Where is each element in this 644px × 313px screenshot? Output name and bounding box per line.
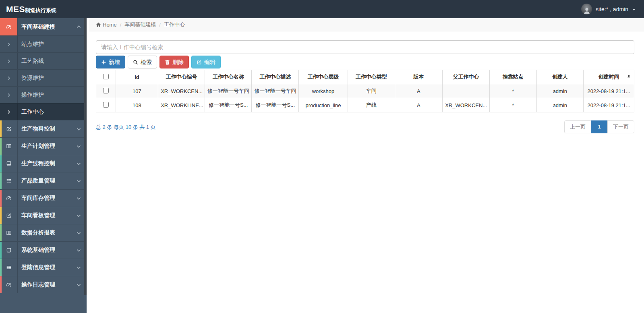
group-accent xyxy=(0,190,2,207)
gauge-icon xyxy=(0,18,17,35)
pagination-summary[interactable]: 总 2 条 每页 10 条 共 1 页 xyxy=(96,120,156,131)
button-label: 编辑 xyxy=(204,59,215,65)
sidebar-group-workshop-modeling[interactable]: 车间基础建模 xyxy=(0,18,87,35)
sidebar-item-3[interactable]: 操作维护 xyxy=(0,86,87,103)
sidebar-group-label: 车间基础建模 xyxy=(17,23,76,31)
user-avatar[interactable] xyxy=(581,4,592,15)
plus-icon xyxy=(101,60,106,65)
group-accent xyxy=(0,259,2,276)
sidebar-group-label: 产品质量管理 xyxy=(17,177,76,184)
column-header-4: 工作中心层级 xyxy=(299,70,348,84)
main-content: Home/车间基础建模/工作中心 新增检索删除编辑 id工作中心编号工作中心名称… xyxy=(89,18,644,313)
sidebar-group-0[interactable]: 生产物料控制 xyxy=(0,120,87,137)
sidebar-group-7[interactable]: 系统基础管理 xyxy=(0,241,87,259)
app-logo[interactable]: MES制造执行系统 xyxy=(0,4,87,14)
cell: A xyxy=(395,84,443,98)
sidebar-item-1[interactable]: 工艺路线 xyxy=(0,52,87,69)
sidebar-group-2[interactable]: 生产过程控制 xyxy=(0,155,87,172)
angle-right-icon xyxy=(0,59,17,64)
user-menu[interactable]: site:* , admin xyxy=(581,4,644,15)
sidebar-scrollbar[interactable] xyxy=(84,18,87,295)
group-accent xyxy=(0,138,2,155)
book-icon xyxy=(0,161,17,166)
cell: 108 xyxy=(116,98,158,112)
th-list-icon xyxy=(0,265,17,270)
sidebar-group-label: 登陆信息管理 xyxy=(17,264,76,271)
app-logo-text: 制造执行系统 xyxy=(25,7,56,13)
sidebar-item-4[interactable]: 工作中心 xyxy=(0,103,87,120)
sidebar-group-3[interactable]: 产品质量管理 xyxy=(0,172,87,189)
page-1-button[interactable]: 1 xyxy=(591,120,608,133)
column-header-9: 创建人 xyxy=(536,70,584,84)
cell: 107 xyxy=(116,84,158,98)
breadcrumb-item-2: 工作中心 xyxy=(164,21,185,28)
top-navbar: MES制造执行系统 site:* , admin xyxy=(0,0,644,18)
caret-down-icon xyxy=(632,8,636,12)
column-header-label: 创建人 xyxy=(552,74,568,80)
row-checkbox[interactable] xyxy=(103,102,109,108)
sidebar: 车间基础建模 站点维护工艺路线资源维护操作维护工作中心 生产物料控制生产计划管理… xyxy=(0,18,87,313)
danger-button-删除[interactable]: 删除 xyxy=(159,56,189,68)
select-all-cell xyxy=(96,70,116,84)
column-header-label: 工作中心描述 xyxy=(259,74,291,80)
cell: 车间 xyxy=(348,84,395,98)
sidebar-group-label: 数据分析报表 xyxy=(17,229,76,236)
button-label: 检索 xyxy=(141,59,152,65)
button-label: 新增 xyxy=(109,59,120,65)
breadcrumb-item-1[interactable]: 车间基础建模 xyxy=(124,21,156,28)
select-all-checkbox[interactable] xyxy=(103,74,109,79)
cell: admin xyxy=(536,98,584,112)
gauge-icon xyxy=(0,282,17,288)
pencil-square-icon xyxy=(0,213,17,218)
column-header-label: 工作中心名称 xyxy=(213,74,244,80)
sidebar-item-0[interactable]: 站点维护 xyxy=(0,35,87,52)
prev-page-button[interactable]: 上一页 xyxy=(564,120,591,133)
group-accent xyxy=(0,172,2,189)
angle-right-icon xyxy=(0,110,17,114)
cell xyxy=(443,84,490,98)
toolbar: 新增检索删除编辑 xyxy=(96,56,634,68)
cell: 修一智能一号车间 xyxy=(205,84,252,98)
sidebar-group-8[interactable]: 登陆信息管理 xyxy=(0,259,87,276)
cell: 修一智能一号S... xyxy=(252,98,299,112)
sidebar-item-2[interactable]: 资源维护 xyxy=(0,69,87,86)
cell: production_line xyxy=(299,98,348,112)
table-header-row: id工作中心编号工作中心名称工作中心描述工作中心层级工作中心类型版本父工作中心挂… xyxy=(96,70,634,84)
sidebar-group-4[interactable]: 车间库存管理 xyxy=(0,189,87,207)
sidebar-group-1[interactable]: 生产计划管理 xyxy=(0,137,87,155)
sidebar-group-6[interactable]: 数据分析报表 xyxy=(0,224,87,241)
column-header-3: 工作中心描述 xyxy=(252,70,299,84)
sidebar-group-label: 车间看板管理 xyxy=(17,212,76,219)
primary-button-新增[interactable]: 新增 xyxy=(96,56,125,68)
trash-icon xyxy=(165,60,170,65)
breadcrumb-item-home[interactable]: Home xyxy=(96,22,117,28)
info-button-编辑[interactable]: 编辑 xyxy=(191,56,221,68)
app-logo-bold: MES xyxy=(6,4,25,14)
sidebar-item-label: 操作维护 xyxy=(17,91,44,99)
column-header-5: 工作中心类型 xyxy=(348,70,395,84)
breadcrumb: Home/车间基础建模/工作中心 xyxy=(89,18,644,31)
sidebar-group-label: 操作日志管理 xyxy=(17,281,76,288)
default-button-检索[interactable]: 检索 xyxy=(128,56,157,68)
cell: 修一智能一号车间 xyxy=(252,84,299,98)
cell: 2022-08-19 21:1... xyxy=(584,84,634,98)
sidebar-group-5[interactable]: 车间看板管理 xyxy=(0,207,87,224)
sidebar-group-label: 生产过程控制 xyxy=(17,160,76,167)
column-header-label: 工作中心编号 xyxy=(166,74,197,80)
cell: XR_WORKCEN... xyxy=(158,84,205,98)
workcenter-table: id工作中心编号工作中心名称工作中心描述工作中心层级工作中心类型版本父工作中心挂… xyxy=(96,70,634,112)
column-header-6: 版本 xyxy=(395,70,443,84)
cell: XR_WORKCEN... xyxy=(443,98,490,112)
angle-right-icon xyxy=(0,93,17,97)
breadcrumb-separator: / xyxy=(159,22,161,28)
row-checkbox[interactable] xyxy=(103,88,109,93)
sidebar-group-9[interactable]: 操作日志管理 xyxy=(0,276,87,293)
next-page-button[interactable]: 下一页 xyxy=(607,120,634,133)
th-list-icon xyxy=(0,178,17,184)
sidebar-group-label: 生产物料控制 xyxy=(17,125,76,133)
pin-icon[interactable] xyxy=(627,75,631,79)
table-row-1: 108XR_WORKLINE...修一智能一号S...修一智能一号S...pro… xyxy=(96,98,634,112)
edit-icon xyxy=(197,60,202,65)
search-input[interactable] xyxy=(96,40,634,54)
button-label: 删除 xyxy=(172,59,184,65)
